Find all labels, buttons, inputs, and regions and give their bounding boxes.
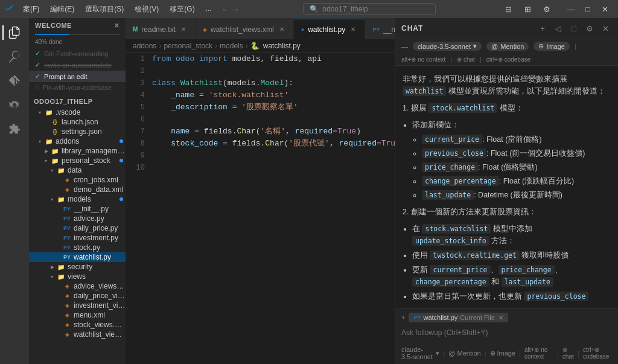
icon-folder-lib: 📁 [51, 147, 59, 155]
tree-item-demo[interactable]: ◈ demo_data.xml [29, 185, 126, 194]
tree-item-personal-stock[interactable]: ▾ 📁 personal_stock [29, 156, 126, 165]
image-btn[interactable]: ⊕ Image [534, 42, 570, 51]
tabs-bar: M readme.txt ✕ ◈ watchlist_views.xml ✕ ●… [126, 18, 395, 39]
menu-file[interactable]: 案(F) [18, 3, 44, 16]
code-line-8: stock_code = fields.Char('股票代號', require… [152, 138, 395, 150]
sidebar: WELCOME × 40% done ✓ Git: Fetch-onboardi… [29, 18, 126, 364]
code-content[interactable]: from odoo import models, fields, api cla… [150, 53, 395, 364]
nav-forward[interactable]: → [232, 5, 240, 14]
nav-back[interactable]: ← [221, 5, 229, 14]
tree-item-investment[interactable]: PY investment.py [29, 233, 126, 243]
footer-model-selector[interactable]: claude-3.5-sonnet ▾ [401, 346, 439, 360]
explorer-title[interactable]: ODOO17_ITHELP [29, 95, 126, 107]
checklist-git[interactable]: ✓ Git: Fetch-onboarding [29, 48, 126, 59]
footer-mention[interactable]: @ Mention [448, 350, 480, 357]
tree-item-daily[interactable]: PY daily_price.py [29, 223, 126, 233]
breadcrumb-models[interactable]: models [220, 42, 243, 50]
tree-item-watchlist-py[interactable]: PY watchlist.py [29, 252, 126, 262]
chat-s2-item-2: 使用 twstock.realtime.get 獲取即時股價 [412, 249, 611, 261]
tab-manifest[interactable]: PY __manifest__.py ✕ [365, 19, 395, 39]
chat-messages: 非常好，我們可以根據您提供的這些變數來擴展 watchlist 模型並實現所需功… [395, 66, 618, 308]
chat-plus-file[interactable]: + [401, 314, 405, 321]
dash-icon: — [401, 43, 408, 50]
menu-more[interactable]: ... [201, 3, 217, 16]
tree-item-stock-views[interactable]: ◈ stock_views.xml [29, 320, 126, 330]
settings-icon-btn[interactable]: ⚙ [538, 2, 555, 16]
search-box[interactable]: 🔍 odoo17_ithelp [303, 3, 436, 15]
activity-extensions[interactable] [2, 117, 27, 141]
tab-readme[interactable]: M readme.txt ✕ [126, 19, 196, 39]
check-icon-git: ✓ [35, 49, 40, 57]
file-chip-close[interactable]: ✕ [499, 315, 503, 321]
line-num-6: 6 [130, 113, 145, 126]
menu-go[interactable]: 移至(G) [165, 3, 199, 16]
activity-search[interactable] [2, 45, 27, 69]
line-num-9: 9 [130, 150, 145, 162]
tree-item-init[interactable]: PY __init__.py [29, 204, 126, 214]
code-method-1: update_stock_info [412, 236, 489, 246]
progress-label: 40% done [29, 39, 126, 45]
app-icon [5, 4, 14, 14]
model-selector[interactable]: claude-3.5-sonnet ▾ [413, 42, 482, 51]
label-advice-views: advice_views.xml [74, 282, 126, 290]
footer-image-btn[interactable]: ⊕ Image [490, 350, 516, 357]
breadcrumb-file[interactable]: watchlist.py [263, 42, 301, 50]
menu-view[interactable]: 檢視(V) [130, 3, 164, 16]
chat-settings-btn[interactable]: ⚙ [583, 22, 596, 35]
tab-watchlist[interactable]: ● watchlist.py ✕ [294, 19, 365, 39]
tree-item-data[interactable]: ▾ 📁 data [29, 165, 126, 175]
tree-item-launch[interactable]: {} launch.json [29, 117, 126, 127]
chat-close-btn[interactable]: ✕ [599, 22, 612, 35]
chat-section-1-list: 添加新欄位： current_price: Float (當前價格) previ… [412, 119, 611, 201]
welcome-close[interactable]: × [114, 21, 119, 30]
chat-new-btn[interactable]: □ [567, 22, 581, 35]
code-field-cp: current_price [422, 135, 482, 144]
tree-item-watchlist-views-f[interactable]: ◈ watchlist_views.xml [29, 330, 126, 339]
checklist-fix[interactable]: ○ Fix-with-your-codebase [29, 82, 126, 93]
tab-close-watchlist-views[interactable]: ✕ [278, 25, 286, 34]
maximize-btn[interactable]: □ [579, 2, 596, 16]
code-field-lu: last_update [422, 190, 474, 200]
mention-btn[interactable]: @ Mention [486, 42, 529, 51]
label-models: models [68, 195, 91, 203]
label-daily: daily_price.py [74, 224, 118, 232]
tab-close-readme[interactable]: ✕ [179, 25, 188, 34]
activity-debug[interactable] [2, 93, 27, 117]
checklist-autocomplete[interactable]: ✓ Invite-an-autocomplete [29, 59, 126, 71]
tree-item-cron[interactable]: ◈ cron_jobs.xml [29, 175, 126, 185]
tree-item-models[interactable]: ▾ 📁 models [29, 194, 126, 204]
line-num-5: 5 [130, 101, 145, 113]
activity-explorer[interactable] [2, 21, 27, 45]
activity-git[interactable] [2, 69, 27, 93]
chat-input[interactable] [401, 327, 612, 338]
tree-item-vscode[interactable]: ▾ 📁 .vscode [29, 107, 126, 117]
layout2-btn[interactable]: ⊞ [519, 2, 536, 16]
tab-label-readme: readme.txt [141, 25, 176, 34]
tree-item-views[interactable]: ▾ 📁 views [29, 272, 126, 281]
tree-item-advice-views[interactable]: ◈ advice_views.xml [29, 281, 126, 291]
layout-btn[interactable]: ⊟ [500, 2, 517, 16]
tree-item-lib[interactable]: ▶ 📁 library_management [29, 146, 126, 156]
code-editor[interactable]: 1 2 3 4 5 6 7 8 9 10 from odoo import mo… [126, 53, 395, 364]
checklist-prompt[interactable]: ✓ Prompt an edit [29, 71, 126, 82]
chat-history-btn[interactable]: ◁ [552, 22, 565, 35]
tree-item-investment-views[interactable]: ◈ investment_views.xml [29, 301, 126, 310]
menu-selection[interactable]: 選取項目(S) [80, 3, 129, 16]
tree-item-daily-views[interactable]: ◈ daily_price_views.xml [29, 291, 126, 301]
minimize-btn[interactable]: — [562, 2, 579, 16]
tab-watchlist-views[interactable]: ◈ watchlist_views.xml ✕ [196, 19, 294, 39]
breadcrumb-addons[interactable]: addons [133, 42, 156, 50]
code-field-pc2: previous_close [524, 292, 588, 301]
code-line-10 [152, 162, 395, 174]
tree-item-menu[interactable]: ◈ menu.xml [29, 310, 126, 320]
close-btn[interactable]: ✕ [596, 2, 613, 16]
menu-edit[interactable]: 編輯(E) [45, 3, 79, 16]
tree-item-settings[interactable]: {} settings.json [29, 127, 126, 136]
tab-close-watchlist[interactable]: ✕ [349, 25, 357, 34]
tree-item-security[interactable]: ▶ 📁 security [29, 262, 126, 272]
chat-plus-btn[interactable]: + [536, 22, 549, 35]
breadcrumb-personal-stock[interactable]: personal_stock [164, 42, 212, 50]
tree-item-stock[interactable]: PY stock.py [29, 243, 126, 252]
tree-item-advice[interactable]: PY advice.py [29, 214, 126, 223]
tree-item-addons[interactable]: ▾ 📁 addons [29, 136, 126, 146]
